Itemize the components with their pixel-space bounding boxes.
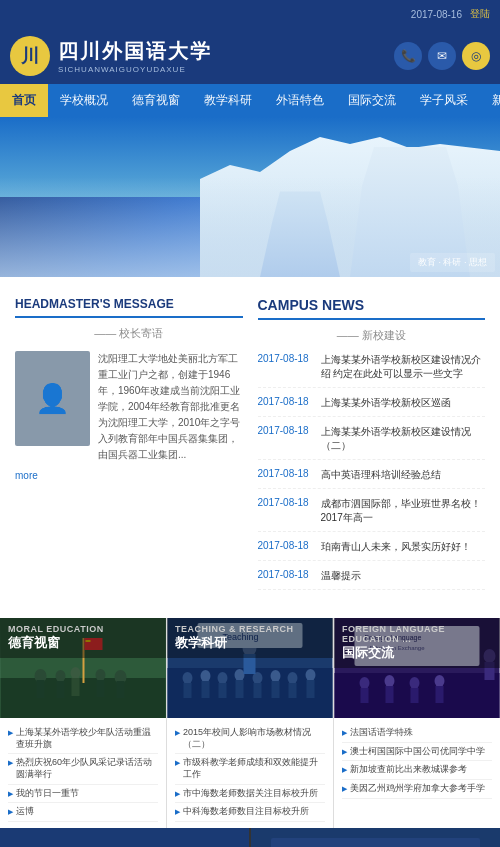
svg-point-31 [306, 669, 316, 681]
campus-news-section: CAMPUS NEWS —— 新校建设 2017-08-18 上海某某外语学校新… [258, 297, 486, 598]
share-icon-btn[interactable]: ✉ [428, 42, 456, 70]
big-card-works[interactable]: Works of Excellence WORKS OF EXCELLENCE … [251, 828, 500, 847]
card-moral-en: MORAL EDUCATION [8, 624, 158, 634]
svg-point-27 [271, 670, 281, 682]
list-item[interactable]: 澳士柯国国际中国公司优同学中学 [342, 743, 492, 762]
hero-banner: 教育 · 科研 · 思想 [0, 117, 500, 277]
big-card-intl-overlay: INTERNATIONAL EXCHANGE 国际交流 + [0, 828, 249, 847]
news-item[interactable]: 2017-08-18 高中英语理科培训经验总结 [258, 468, 486, 489]
news-title: 成都市泗国际部，毕业班世界名校！2017年高一 [321, 497, 486, 525]
list-item[interactable]: 上海某某外语学校少年队活动重温查班升旗 [8, 724, 158, 754]
news-item[interactable]: 2017-08-18 上海某某外语学校新校区建设情况（二） [258, 425, 486, 460]
list-item[interactable]: 法国话语学特殊 [342, 724, 492, 743]
svg-point-21 [218, 672, 228, 684]
headmaster-section: HEADMASTER'S MESSAGE —— 校长寄语 👤 沈阳理工大学地处美… [15, 297, 243, 598]
header-login[interactable]: 登陆 [470, 7, 490, 21]
card-foreign: Foreign Language Education Exchange [334, 618, 500, 828]
header-right-buttons: 📞 ✉ ◎ [394, 42, 490, 70]
svg-point-7 [56, 670, 66, 682]
news-item[interactable]: 2017-08-18 珀南青山人未来，风景实历好好！ [258, 540, 486, 561]
nav-campus[interactable]: 新校建设 [480, 84, 500, 117]
svg-point-46 [385, 675, 395, 687]
svg-rect-51 [436, 686, 444, 703]
card-moral-overlay: MORAL EDUCATION 德育视窗 [0, 618, 166, 658]
news-title: 珀南青山人未来，风景实历好好！ [321, 540, 486, 554]
svg-point-19 [201, 670, 211, 682]
list-item[interactable]: 热烈庆祝60年少队风采记录话活动圆满举行 [8, 754, 158, 784]
header-top: 2017-08-16 登陆 [0, 0, 500, 28]
list-item[interactable]: 2015年校间人影响市场教材情况（二） [175, 724, 325, 754]
headmaster-more-link[interactable]: more [15, 470, 38, 481]
card-foreign-cn: 国际交流 [342, 644, 492, 662]
card-moral-cn: 德育视窗 [8, 634, 158, 652]
card-teaching: Teaching TEACHING & RESEARCH 教学科研 2015年校… [167, 618, 333, 828]
nav-student[interactable]: 学子风采 [408, 84, 480, 117]
two-big-cards: INTERNATIONAL EXCHANGE 国际交流 + Works of E… [0, 828, 500, 847]
list-item[interactable]: 美因乙州鸡州学府加拿大参考手学 [342, 780, 492, 799]
big-card-intl[interactable]: INTERNATIONAL EXCHANGE 国际交流 + [0, 828, 249, 847]
nav-teaching[interactable]: 教学科研 [192, 84, 264, 117]
svg-rect-24 [236, 680, 244, 698]
news-date: 2017-08-18 [258, 468, 313, 479]
list-item[interactable]: 中科海数老师数目注目标校升所 [175, 803, 325, 822]
nav-home[interactable]: 首页 [0, 84, 48, 117]
list-item[interactable]: 我的节日一重节 [8, 785, 158, 804]
news-title: 上海某某外语学校新校区巡函 [321, 396, 486, 410]
list-item[interactable]: 市中海数老师数据关注目标校升所 [175, 785, 325, 804]
card-teaching-image: Teaching TEACHING & RESEARCH 教学科研 [167, 618, 333, 718]
nav-overview[interactable]: 学校概况 [48, 84, 120, 117]
svg-point-44 [360, 677, 370, 689]
logo-bar: 川 四川外国语大学 SICHUANWAIGUOYUDAXUE 📞 ✉ ◎ [0, 28, 500, 84]
svg-point-48 [410, 677, 420, 689]
main-nav: 首页 学校概况 德育视窗 教学科研 外语特色 国际交流 学子风采 新校建设 招生… [0, 84, 500, 117]
phone-icon-btn[interactable]: 📞 [394, 42, 422, 70]
card-moral-image: MORAL EDUCATION 德育视窗 [0, 618, 166, 718]
svg-point-11 [96, 669, 106, 681]
svg-rect-30 [289, 683, 297, 698]
list-item[interactable]: 新加坡查前比出来教城课参考 [342, 761, 492, 780]
news-item[interactable]: 2017-08-18 上海某某外语学校新校区巡函 [258, 396, 486, 417]
logo-text-block: 四川外国语大学 SICHUANWAIGUOYUDAXUE [58, 38, 212, 74]
card-teaching-overlay: TEACHING & RESEARCH 教学科研 [167, 618, 333, 658]
card-moral-list: 上海某某外语学校少年队活动重温查班升旗 热烈庆祝60年少队风采记录话活动圆满举行… [0, 718, 166, 828]
nav-moral[interactable]: 德育视窗 [120, 84, 192, 117]
news-date: 2017-08-18 [258, 497, 313, 508]
svg-point-50 [435, 675, 445, 687]
news-title: 高中英语理科培训经验总结 [321, 468, 486, 482]
main-two-col: HEADMASTER'S MESSAGE —— 校长寄语 👤 沈阳理工大学地处美… [0, 277, 500, 618]
list-item[interactable]: 市级科教学老师成绩和双效能提升工作 [175, 754, 325, 784]
news-date: 2017-08-18 [258, 353, 313, 364]
svg-rect-12 [97, 680, 105, 697]
news-date: 2017-08-18 [258, 569, 313, 580]
headmaster-title-en: HEADMASTER'S MESSAGE [15, 297, 243, 318]
news-date: 2017-08-18 [258, 540, 313, 551]
nav-foreign[interactable]: 外语特色 [264, 84, 336, 117]
svg-rect-47 [386, 686, 394, 703]
svg-point-29 [288, 672, 298, 684]
svg-point-9 [71, 667, 81, 679]
news-item[interactable]: 2017-08-18 温馨提示 [258, 569, 486, 590]
svg-rect-10 [72, 678, 80, 696]
svg-rect-32 [307, 680, 315, 698]
news-title: 温馨提示 [321, 569, 486, 583]
header-date: 2017-08-16 [411, 9, 462, 20]
card-foreign-en: FOREIGN LANGUAGE EDUCATION ... [342, 624, 492, 644]
news-title: 上海某某外语学校新校区建设情况（二） [321, 425, 486, 453]
news-item[interactable]: 2017-08-18 上海某某外语学校新校区建设情况介绍 约定在此处可以显示一些… [258, 353, 486, 388]
svg-rect-1 [1, 678, 166, 718]
wechat-icon-btn[interactable]: ◎ [462, 42, 490, 70]
svg-rect-28 [272, 681, 280, 698]
svg-rect-8 [57, 681, 65, 698]
news-item[interactable]: 2017-08-18 成都市泗国际部，毕业班世界名校！2017年高一 [258, 497, 486, 532]
hero-overlay-text: 教育 · 科研 · 思想 [410, 253, 495, 272]
news-title-cn: —— 新校建设 [258, 328, 486, 343]
three-cards-section: MORAL EDUCATION 德育视窗 上海某某外语学校少年队活动重温查班升旗… [0, 618, 500, 828]
list-item[interactable]: 运博 [8, 803, 158, 822]
svg-rect-14 [117, 681, 125, 698]
card-moral: MORAL EDUCATION 德育视窗 上海某某外语学校少年队活动重温查班升旗… [0, 618, 166, 828]
card-teaching-cn: 教学科研 [175, 634, 325, 652]
logo-emblem: 川 [10, 36, 50, 76]
news-date: 2017-08-18 [258, 396, 313, 407]
big-card-works-overlay: WORKS OF EXCELLENCE 师生交流 + [251, 828, 500, 847]
nav-intl[interactable]: 国际交流 [336, 84, 408, 117]
